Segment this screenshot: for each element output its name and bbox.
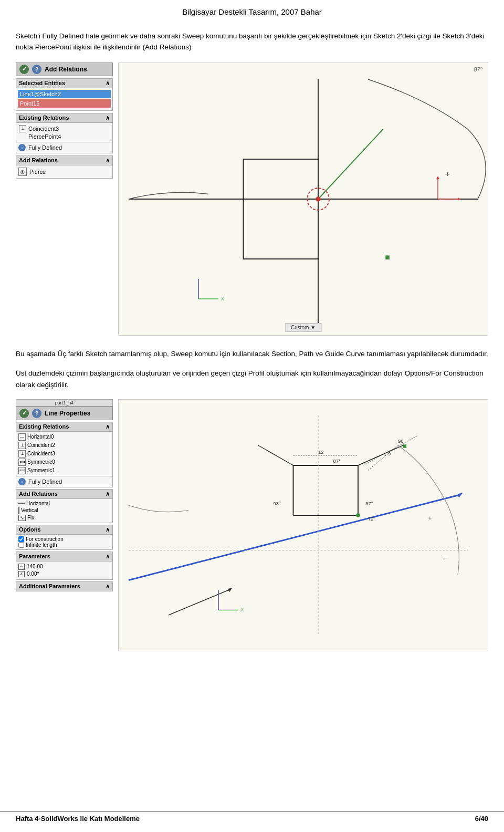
svg-text:87°: 87° — [365, 501, 373, 506]
lp-rel-icon-3: ⊥ — [18, 450, 26, 457]
add-section-header: Add Relations ∧ — [16, 155, 113, 165]
for-construction-checkbox[interactable] — [18, 536, 24, 542]
info-icon: i — [18, 144, 26, 151]
vertical-icon — [18, 507, 19, 514]
lp-existing-section: Existing Relations ∧ — Horizontal0 ⊥ Coi… — [16, 422, 113, 476]
lp-existing-chevrons: ∧ — [106, 423, 110, 430]
svg-text:98: 98 — [398, 438, 404, 444]
pierce-icon: ◎ — [18, 168, 27, 176]
lp-param-2: ∠ 0.00° — [18, 570, 110, 578]
lp-relation-5: ⟺ Symmetric1 — [18, 466, 110, 475]
svg-text:+: + — [445, 169, 450, 178]
lp-existing-label: Existing Relations — [19, 423, 69, 430]
lp-params-chevrons: ∧ — [106, 553, 110, 560]
lp-add-vertical[interactable]: Vertical — [18, 507, 110, 514]
lp-add-horizontal[interactable]: Horizontal — [18, 500, 110, 507]
pierce-item[interactable]: ◎ Pierce — [18, 168, 110, 176]
entity-2[interactable]: Point15 — [18, 99, 111, 108]
lp-options-label: Options — [19, 526, 41, 533]
svg-line-23 — [258, 445, 293, 465]
relation-1-label: Coincident3 — [28, 126, 59, 132]
lp-additional-header: Additional Parameters ∧ — [16, 581, 113, 591]
relation-item-2: PiercePoint4 — [18, 133, 111, 140]
param2-value: 0.00° — [27, 571, 39, 577]
lp-additional-label: Additional Parameters — [19, 583, 80, 589]
custom-label: Custom ▼ — [285, 323, 321, 332]
status-text: Fully Defined — [28, 144, 62, 151]
lp-params-header: Parameters ∧ — [16, 552, 113, 561]
lp-relation-2: ⊥ Coincident2 — [18, 441, 110, 450]
lp-existing-header: Existing Relations ∧ — [16, 422, 113, 432]
intro-text: Sketch'i Fully Defined hale getirmek ve … — [16, 31, 488, 53]
svg-marker-10 — [436, 176, 439, 179]
add-relations-header: ✓ ? Add Relations — [16, 63, 113, 76]
svg-text:12: 12 — [318, 449, 324, 455]
lp-options-section: Options ∧ For construction Infinite leng… — [16, 525, 113, 550]
lp-options-content: For construction Infinite length — [16, 535, 113, 550]
check-icon[interactable]: ✓ — [19, 65, 29, 74]
lp-check-icon[interactable]: ✓ — [19, 409, 29, 418]
question-icon[interactable]: ? — [32, 65, 41, 74]
infinite-length-label: Infinite length — [26, 542, 57, 548]
entity-1[interactable]: Line1@Sketch2 — [18, 90, 111, 98]
lp-relation-1: — Horizontal0 — [18, 433, 110, 441]
fix-icon: ⤡ — [18, 515, 26, 521]
angle-label: 87° — [474, 66, 482, 72]
svg-text:X: X — [221, 296, 225, 301]
lp-rel-icon-1: — — [18, 433, 26, 441]
selected-entities-label: Selected Entities — [19, 80, 65, 86]
selected-entities-content: Line1@Sketch2 Point15 — [16, 88, 113, 111]
lp-add-header: Add Relations ∧ — [16, 489, 113, 499]
svg-point-35 — [356, 513, 360, 517]
svg-text:72°: 72° — [368, 515, 376, 521]
lp-infinite-length[interactable]: Infinite length — [18, 542, 110, 548]
line-properties-panel: part1_h4 ✓ ? Line Properties Existing Re… — [16, 399, 113, 651]
first-diagram-section: ✓ ? Add Relations Selected Entities ∧ Li… — [16, 63, 488, 336]
existing-relations-label: Existing Relations — [19, 115, 69, 121]
svg-marker-16 — [458, 493, 463, 498]
lp-rel-icon-5: ⟺ — [18, 467, 26, 474]
selected-chevrons: ∧ — [106, 80, 110, 87]
page-footer: Hafta 4-SolidWorks ile Katı Modelleme 6/… — [0, 811, 504, 823]
selected-entities-header: Selected Entities ∧ — [16, 78, 113, 88]
svg-marker-18 — [227, 587, 233, 592]
lp-status-text: Fully Defined — [28, 479, 62, 485]
lp-relation-4: ⟺ Symmetric0 — [18, 458, 110, 466]
lp-add-fix[interactable]: ⤡ Fix — [18, 514, 110, 522]
svg-line-33 — [363, 435, 418, 465]
header-title: Bilgisayar Destekli Tasarım, 2007 Bahar — [182, 7, 322, 16]
lp-add-section: Add Relations ∧ Horizontal Vertical ⤡ Fi… — [16, 489, 113, 523]
relation-icon-1: ⊥ — [19, 125, 26, 132]
lp-status-line: i Fully Defined — [16, 476, 113, 487]
page-header: Bilgisayar Destekli Tasarım, 2007 Bahar — [0, 0, 504, 20]
sketch-canvas-1: 87° Custom ▼ — [118, 63, 488, 336]
svg-marker-8 — [458, 197, 461, 201]
footer-right: 6/40 — [475, 815, 488, 823]
for-construction-label: For construction — [26, 536, 64, 542]
add-section-content: ◎ Pierce — [16, 165, 113, 179]
ruler-icon: ↔ — [18, 564, 25, 570]
lp-options-header: Options ∧ — [16, 525, 113, 535]
add-relations-title: Add Relations — [45, 66, 87, 73]
part-mini-label: part1_h4 — [16, 399, 113, 407]
lp-additional-section: Additional Parameters ∧ — [16, 581, 113, 591]
body-text-2: Üst düzlemdeki çizimin başlangıcında olu… — [16, 368, 488, 390]
lp-relation-3: ⊥ Coincident3 — [18, 450, 110, 458]
svg-rect-6 — [385, 255, 390, 259]
second-diagram-section: part1_h4 ✓ ? Line Properties Existing Re… — [16, 399, 488, 651]
infinite-length-checkbox[interactable] — [18, 542, 24, 548]
line-properties-title: Line Properties — [45, 410, 90, 417]
relation-2-label: PiercePoint4 — [28, 133, 61, 140]
svg-text:93°: 93° — [274, 501, 281, 506]
lp-question-icon[interactable]: ? — [32, 409, 41, 418]
svg-line-31 — [368, 445, 398, 471]
lp-info-icon: i — [18, 478, 26, 485]
existing-chevrons: ∧ — [106, 115, 110, 121]
lp-for-construction[interactable]: For construction — [18, 536, 110, 542]
lp-params-section: Parameters ∧ ↔ 140.00 ∠ 0.00° — [16, 552, 113, 580]
status-line: i Fully Defined — [16, 142, 113, 153]
lp-rel-icon-2: ⊥ — [18, 442, 26, 449]
lp-existing-content: — Horizontal0 ⊥ Coincident2 ⊥ Coincident… — [16, 432, 113, 476]
line-properties-header: ✓ ? Line Properties — [16, 407, 113, 420]
svg-line-2 — [318, 129, 383, 199]
